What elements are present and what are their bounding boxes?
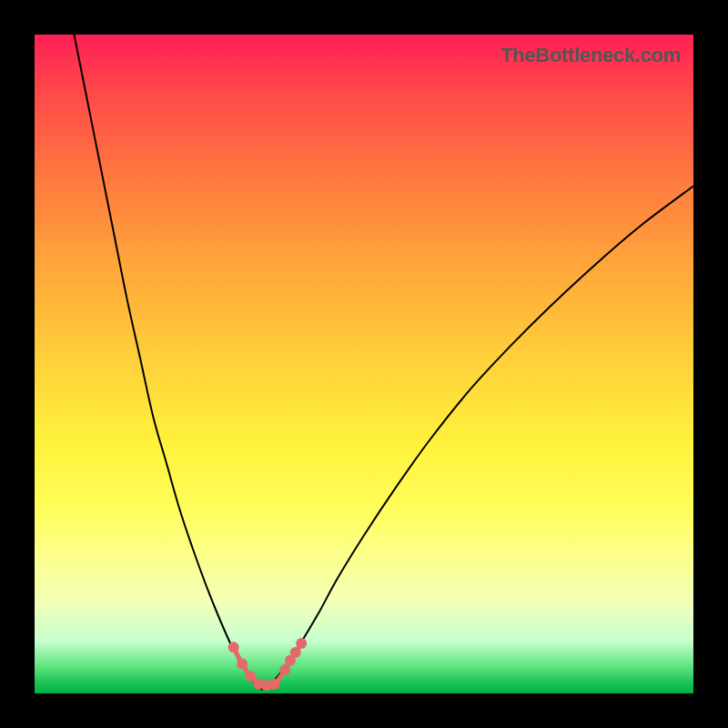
curve-right-branch: [262, 187, 693, 690]
valley-marker: [269, 679, 280, 690]
curve-left-branch: [74, 35, 261, 690]
valley-marker: [228, 642, 239, 652]
watermark-text: TheBottleneck.com: [500, 44, 681, 67]
valley-marker: [279, 664, 290, 675]
valley-marker: [290, 647, 301, 658]
curve-overlay: [35, 35, 693, 693]
valley-marker: [245, 671, 256, 682]
valley-marker: [296, 638, 307, 649]
valley-marker-group: [228, 638, 308, 691]
valley-marker: [237, 658, 248, 669]
plot-area: TheBottleneck.com: [35, 35, 693, 693]
chart-frame: TheBottleneck.com: [0, 0, 728, 728]
